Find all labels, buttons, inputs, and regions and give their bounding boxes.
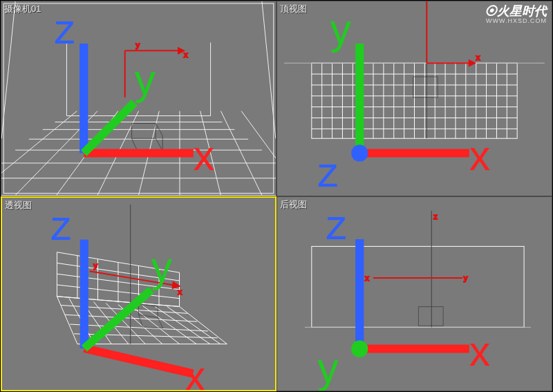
viewport-label: 透视图 [5, 199, 32, 212]
svg-text:z: z [50, 201, 71, 248]
viewport-label: 顶视图 [280, 3, 307, 15]
svg-point-67 [351, 144, 368, 161]
svg-line-96 [84, 348, 193, 373]
viewport-grid: 摄像机01 [1, 1, 552, 391]
viewport-camera01[interactable]: 摄像机01 [1, 1, 276, 196]
axis-tripod-icon: z x y [277, 197, 552, 391]
svg-text:z: z [326, 200, 346, 248]
viewport-label: 摄像机01 [4, 3, 41, 15]
axis-tripod-icon: z x y [1, 1, 276, 196]
svg-text:x: x [469, 132, 490, 179]
svg-text:y: y [151, 243, 173, 290]
svg-point-109 [351, 340, 368, 357]
viewport-perspective[interactable]: 透视图 [1, 196, 276, 392]
svg-text:x: x [194, 132, 214, 179]
axis-tripod-icon: z x y [2, 198, 275, 391]
svg-text:y: y [330, 6, 352, 53]
svg-text:x: x [185, 352, 205, 390]
svg-text:y: y [134, 56, 156, 103]
axis-tripod-icon: y x z [277, 1, 552, 196]
svg-line-29 [84, 102, 134, 153]
svg-text:z: z [55, 6, 75, 53]
svg-text:z: z [317, 149, 338, 195]
viewport-label: 后视图 [280, 198, 307, 211]
viewport-back[interactable]: 后视图 x y z z x y [276, 196, 552, 392]
watermark-logo: ⦿火星时代 WWW.HXSD.COM [485, 5, 547, 24]
svg-text:y: y [317, 344, 339, 391]
svg-line-98 [84, 290, 151, 348]
svg-text:x: x [469, 327, 490, 374]
viewport-top[interactable]: 顶视图 [276, 1, 552, 196]
